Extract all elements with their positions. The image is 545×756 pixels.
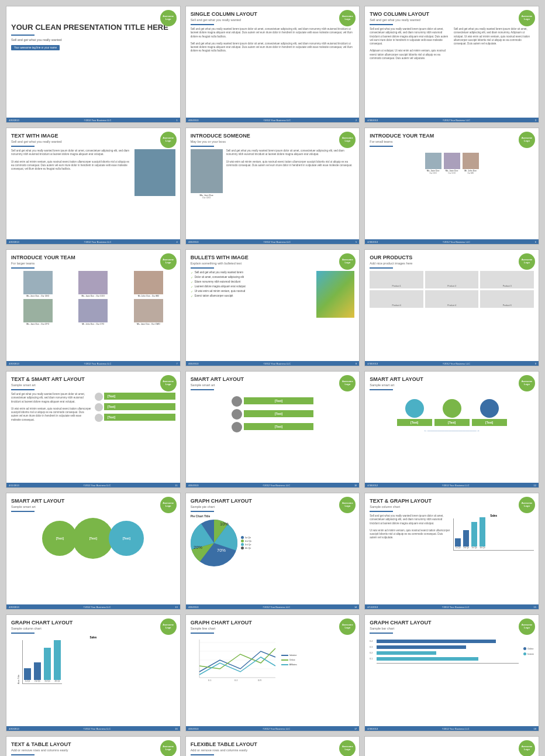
title-7: INTRODUCE YOUR TEAM	[11, 255, 175, 260]
bar-rect-15-4	[480, 517, 485, 547]
logo-line2: Logo	[165, 18, 171, 21]
smart-row-10-2: [Text]	[95, 403, 175, 411]
slide-18: Awesome Logo GRAPH CHART LAYOUT Sample b…	[364, 614, 539, 731]
smart-box-12-3: [Text]	[472, 419, 507, 426]
img-col-4	[134, 149, 175, 197]
footer-12: 4/30/2012 ©2012 Your Business LLC 12	[365, 483, 539, 487]
pie-chart-svg-14: 10% 20% 70%	[191, 520, 237, 566]
subtitle-20: Add or remove rows and columns easily	[191, 748, 355, 752]
team-member-6-1: Ms. Jane Doe Our CEO	[425, 153, 441, 174]
smart-col-12-1: [Text]	[397, 399, 432, 427]
accent-10	[11, 389, 35, 390]
bullet-8-2: ✓Dolor sit amet, consectetuer adipiscing…	[191, 276, 314, 279]
col2-3: Sell and get what you really wanted lore…	[454, 28, 534, 60]
footer-5: 4/30/2013 ©2012 Your Business LLC 5	[186, 239, 360, 244]
thank-you-layout-21: THANK YOU Contact us WEB: www.yourwebsit…	[370, 741, 534, 756]
slide-2: Awesome Logo SINGLE COLUMN LAYOUT Sell a…	[185, 6, 360, 123]
chart-area-16: Axis Title 1st Qtr 2nd Qtr 3rd Qtr 4th Q…	[17, 640, 175, 684]
accent-14	[191, 511, 214, 512]
text-img-4: Sell and get what you really wanted lore…	[11, 149, 175, 197]
product-5: Product 4	[425, 290, 479, 308]
footer-17: 4/30/2013 ©2012 Your Business LLC 17	[186, 726, 360, 731]
subtitle-4: Sell and get what you really wanted	[11, 140, 175, 143]
logo-15: Awesome Logo	[519, 497, 535, 513]
bar-16-4: 4th Qtr	[54, 640, 61, 682]
accent-5	[191, 146, 214, 147]
text-col-4: Sell and get what you really wanted lore…	[11, 149, 132, 197]
bar-15-3: 3rd Qtr	[471, 522, 477, 549]
footer-14: 4/30/2013 ©2012 Your Business LLC 14	[186, 604, 360, 609]
team-photo-7-5	[78, 299, 108, 322]
bar-rect-16-3	[44, 648, 51, 680]
team-member-7-2: Ms. Jane Doe - Our COO	[67, 271, 120, 297]
team-photo-6-2	[444, 153, 460, 169]
slide-13: Awesome Logo SMART ART LAYOUT Sample sma…	[6, 493, 181, 610]
title-8: BULLETS WITH IMAGE	[191, 255, 355, 260]
h-bar-18-2	[377, 645, 466, 649]
slide-1: Awesome Logo YOUR CLEAN PRESENTATION TIT…	[6, 6, 181, 123]
logo-1: Awesome Logo	[160, 10, 177, 26]
svg-text:0.R: 0.R	[258, 679, 261, 682]
bar-rect-16-4	[54, 640, 61, 680]
legend-17-1: Initiative	[281, 654, 297, 657]
footer-left-1: 4/30/2013	[9, 119, 19, 122]
legend-14-3: 3rd Qtr	[241, 543, 252, 546]
title-1: YOUR CLEAN PRESENTATION TITLE HERE	[11, 23, 175, 32]
product-grid-9: Product 1 Product 2 Product 3 Product 4 …	[370, 271, 534, 308]
smart-art-layout-10: Sell and get what you really wanted lore…	[11, 393, 175, 422]
line-chart-area-17: 0.1 0.2 0.R Initiative Online	[191, 637, 355, 683]
title-4: TEXT WITH IMAGE	[11, 133, 175, 139]
logo-21: Awesome Logo	[519, 740, 535, 756]
title-10: TEXT & SMART ART LAYOUT	[11, 376, 175, 382]
footer-center-3: ©2012 Your Business LLC	[443, 119, 470, 122]
h-bars-18: 0.4 0.3 0.2 0.1	[370, 640, 519, 664]
footer-10: 4/11/2013 ©2012 Your Business LLC 11	[6, 483, 180, 487]
legend-18-2: Instore	[523, 652, 534, 655]
logo-12: Awesome Logo	[519, 375, 535, 391]
subtitle-10: Sample smart art	[11, 383, 175, 387]
footer-center-2: ©2012 Your Business LLC	[263, 119, 291, 122]
cta-1: Your awesome tag line or your name	[11, 45, 60, 50]
image-placeholder-4	[134, 149, 175, 196]
smart-icon-11-2	[232, 409, 242, 420]
slide-17: Awesome Logo GRAPH CHART LAYOUT Sample l…	[185, 614, 360, 731]
title-17: GRAPH CHART LAYOUT	[191, 620, 355, 626]
slide-10: Awesome Logo TEXT & SMART ART LAYOUT Sam…	[6, 371, 181, 488]
text-graph-15: Sell and get what you really wanted lore…	[370, 514, 534, 551]
accent-11	[191, 389, 214, 390]
accent-12	[370, 389, 393, 390]
bar-rect-15-1	[455, 538, 461, 547]
footer-9: 4/30/2013 ©2012 Your Business LLC 9	[365, 361, 539, 366]
h-bar-18-3	[377, 651, 436, 655]
title-9: OUR PRODUCTS	[370, 255, 534, 260]
subtitle-12: Sample smart art	[370, 383, 534, 387]
pie-legend-14: 1st Qtr 2nd Qtr 3rd Qtr 4th Qtr	[241, 536, 252, 550]
smart-box-12-1: [Text]	[397, 419, 432, 426]
slide-3: Awesome Logo TWO COLUMN LAYOUT Sell and …	[364, 6, 539, 123]
title-3: TWO COLUMN LAYOUT	[370, 11, 534, 17]
circles-13: [Text] [Text] [Text]	[11, 518, 175, 559]
smart-photo-12-1	[405, 399, 424, 418]
bullet-8-3: ✓Etiam nonummy nibh euismod tincidunt	[191, 280, 314, 284]
h-bar-chart-18: 0.4 0.3 0.2 0.1	[370, 640, 534, 664]
line-legend-17: Initiative Online Affiliates	[281, 637, 297, 683]
slide-6: Awesome Logo INTRODUCE YOUR TEAM For sma…	[364, 128, 539, 245]
h-bar-18-4	[377, 657, 478, 661]
logo-6: Awesome Logo	[519, 132, 535, 148]
subtitle-5: May be you or your boss	[191, 140, 355, 143]
img-col-8	[316, 271, 354, 318]
team-member-7-1: Ms. Jane Doe - Our CEO	[11, 271, 65, 297]
team-photo-6-3	[463, 153, 479, 169]
h-bar-18-1	[377, 640, 496, 643]
slide-14: Awesome Logo GRAPH CHART LAYOUT Sample p…	[185, 493, 360, 610]
footer-right-3: 3	[535, 119, 536, 122]
footer-1: 4/30/2013 ©2012 Your Business LLC 1	[6, 118, 180, 122]
slide-12: Awesome Logo SMART ART LAYOUT Sample sma…	[364, 371, 539, 488]
smart-icon-10-2	[95, 403, 103, 411]
smart-box-11-1: [Text]	[244, 397, 313, 404]
smart-boxes-10: [Text] [Text] [Text]	[95, 393, 175, 422]
h-bar-row-18-2: 0.3	[370, 645, 519, 649]
col1-body-3: Sell and get what you really wanted lore…	[370, 28, 450, 46]
body-2: Sell and get what you really wanted lore…	[191, 28, 355, 39]
footer-2: 4/30/2013 ©2012 Your Business LLC 2	[186, 118, 360, 122]
